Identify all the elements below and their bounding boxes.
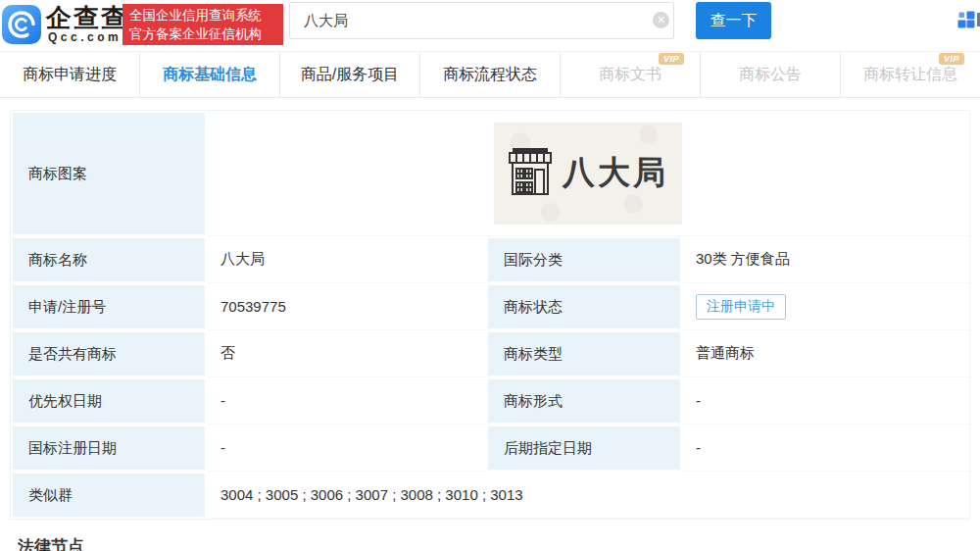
status-badge: 注册申请中 <box>696 294 786 320</box>
brand-domain: Qcc.com <box>48 30 122 44</box>
trademark-image[interactable]: 八大局 <box>494 123 682 225</box>
field-label-registration-number: 申请/注册号 <box>11 283 207 330</box>
tab-goods-services[interactable]: 商品/服务项目 <box>280 52 420 97</box>
brand-slogan: 全国企业信用查询系统 官方备案企业征信机构 <box>122 4 283 45</box>
field-value-priority-date: - <box>207 377 486 425</box>
tab-trademark-gazette[interactable]: 商标公告 <box>701 52 841 97</box>
field-value-registration-number: 70539775 <box>207 283 486 330</box>
field-value-intl-registration-date: - <box>207 425 486 472</box>
legal-nodes-section-title: 法律节点 <box>18 535 84 551</box>
field-label-trademark-image: 商标图案 <box>11 111 207 236</box>
trademark-tab-bar: 商标申请进度 商标基础信息 商品/服务项目 商标流程状态 商标文书 VIP 商标… <box>0 51 980 98</box>
field-label-trademark-type: 商标类型 <box>486 330 682 377</box>
tab-trademark-documents[interactable]: 商标文书 VIP <box>561 52 701 97</box>
field-label-priority-date: 优先权日期 <box>11 377 207 425</box>
slogan-line1: 全国企业信用查询系统 <box>129 6 276 25</box>
field-value-trademark-name: 八大局 <box>207 236 486 283</box>
trademark-info-table: 商标图案 八大局 商标名称 八大局 <box>10 110 970 520</box>
apps-grid-icon[interactable] <box>957 11 975 28</box>
storefront-icon <box>508 147 553 199</box>
tab-basic-info[interactable]: 商标基础信息 <box>140 52 280 97</box>
field-value-similar-group: 3004 ; 3005 ; 3006 ; 3007 ; 3008 ; 3010 … <box>207 472 969 519</box>
field-label-intl-class: 国际分类 <box>486 236 682 283</box>
trademark-image-cell: 八大局 <box>207 111 969 236</box>
field-value-shared-trademark: 否 <box>207 330 486 377</box>
field-value-trademark-status: 注册申请中 <box>682 283 969 330</box>
qcc-logo-icon[interactable] <box>2 5 41 44</box>
slogan-line2: 官方备案企业征信机构 <box>129 25 276 43</box>
field-label-trademark-form: 商标形式 <box>486 377 682 425</box>
search-input[interactable] <box>289 2 674 39</box>
clear-search-icon[interactable]: ✕ <box>653 12 669 28</box>
field-label-later-designation-date: 后期指定日期 <box>486 425 682 472</box>
search-button[interactable]: 查一下 <box>696 2 771 39</box>
field-value-trademark-type: 普通商标 <box>682 330 969 377</box>
field-value-later-designation-date: - <box>682 425 969 472</box>
field-label-similar-group: 类似群 <box>11 472 207 519</box>
tab-process-status[interactable]: 商标流程状态 <box>420 52 561 97</box>
field-label-shared-trademark: 是否共有商标 <box>11 330 207 377</box>
field-value-trademark-form: - <box>682 377 969 425</box>
field-label-trademark-name: 商标名称 <box>11 236 207 283</box>
site-header: 企查查 Qcc.com 全国企业信用查询系统 官方备案企业征信机构 ✕ 查一下 <box>0 0 980 51</box>
field-label-intl-registration-date: 国标注册日期 <box>11 425 207 472</box>
vip-badge: VIP <box>659 53 684 65</box>
field-value-intl-class: 30类 方便食品 <box>682 236 969 283</box>
tab-application-progress[interactable]: 商标申请进度 <box>0 52 140 97</box>
trademark-image-text: 八大局 <box>563 151 668 195</box>
field-label-trademark-status: 商标状态 <box>486 283 682 330</box>
tab-transfer-info[interactable]: 商标转让信息 VIP <box>841 52 980 97</box>
vip-badge: VIP <box>939 53 964 65</box>
